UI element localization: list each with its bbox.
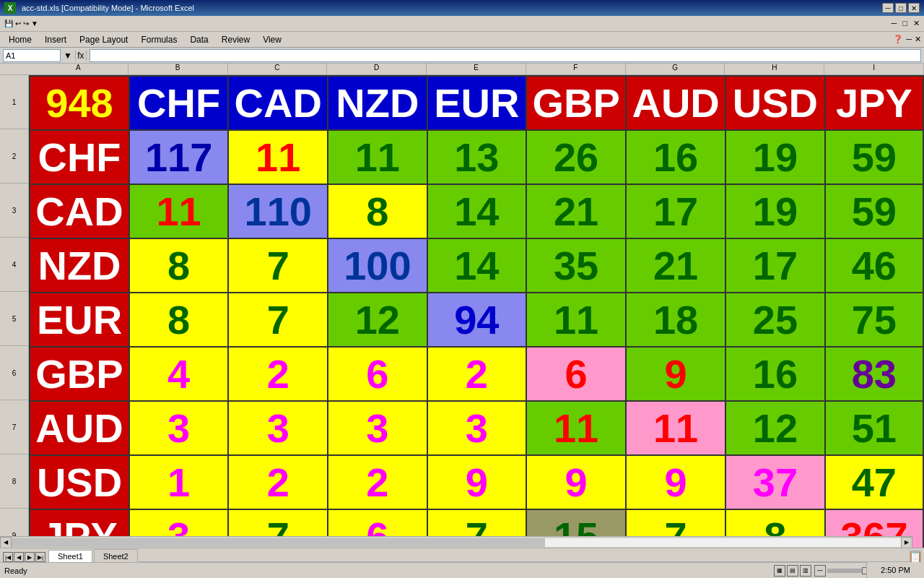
row-header-CHF[interactable]: CHF xyxy=(30,130,129,184)
col-header-CHF[interactable]: CHF xyxy=(129,76,228,130)
cell-EUR-CAD[interactable]: 7 xyxy=(228,293,328,347)
cell-GBP-NZD[interactable]: 6 xyxy=(328,347,427,401)
cell-AUD-EUR[interactable]: 3 xyxy=(427,401,527,455)
scroll-left-btn[interactable]: ◀ xyxy=(0,537,12,548)
menu-formulas[interactable]: Formulas xyxy=(135,33,183,46)
cell-CHF-CAD[interactable]: 11 xyxy=(228,130,328,184)
formula-expand-icon[interactable]: ▼ xyxy=(64,51,72,61)
cell-CHF-USD[interactable]: 19 xyxy=(725,130,825,184)
sheet-tab-1[interactable]: Sheet1 xyxy=(48,550,92,563)
tab-first-btn[interactable]: |◀ xyxy=(3,552,13,562)
minimize-ribbon-icon[interactable]: ─ xyxy=(906,35,912,44)
cell-USD-CAD[interactable]: 2 xyxy=(228,455,328,509)
view-buttons[interactable]: ▦ ▤ ▥ xyxy=(774,565,811,577)
tab-next-btn[interactable]: ▶ xyxy=(25,552,35,562)
close-button[interactable]: ✕ xyxy=(908,3,920,13)
undo-icon[interactable]: ↩ xyxy=(15,20,21,27)
col-header-JPY[interactable]: JPY xyxy=(825,76,923,130)
cell-EUR-USD[interactable]: 25 xyxy=(725,293,825,347)
window-controls[interactable]: ─ □ ✕ xyxy=(882,3,920,13)
cell-NZD-GBP[interactable]: 35 xyxy=(526,238,626,293)
cell-NZD-NZD[interactable]: 100 xyxy=(328,238,427,293)
cell-USD-USD[interactable]: 37 xyxy=(725,455,825,509)
row-header-EUR[interactable]: EUR xyxy=(30,293,129,347)
cell-CAD-USD[interactable]: 19 xyxy=(725,184,825,238)
menu-data[interactable]: Data xyxy=(184,33,214,46)
h-scrollbar[interactable]: ◀ ▶ xyxy=(0,536,912,548)
cell-EUR-AUD[interactable]: 18 xyxy=(626,293,725,347)
menu-home[interactable]: Home xyxy=(3,33,38,46)
cell-CAD-JPY[interactable]: 59 xyxy=(825,184,923,238)
help-icon[interactable]: ❓ xyxy=(893,35,903,44)
cell-CHF-EUR[interactable]: 13 xyxy=(427,130,527,184)
cell-CAD-CHF[interactable]: 11 xyxy=(129,184,228,238)
h-scrollbar-track[interactable] xyxy=(12,538,901,547)
cell-CAD-GBP[interactable]: 21 xyxy=(526,184,626,238)
cell-EUR-GBP[interactable]: 11 xyxy=(526,293,626,347)
row-header-CAD[interactable]: CAD xyxy=(30,184,129,238)
cell-USD-CHF[interactable]: 1 xyxy=(129,455,228,509)
inner-close-button[interactable]: ✕ xyxy=(913,19,920,28)
menu-page-layout[interactable]: Page Layout xyxy=(74,33,134,46)
cell-CHF-AUD[interactable]: 16 xyxy=(626,130,725,184)
cell-NZD-AUD[interactable]: 21 xyxy=(626,238,725,293)
inner-window-controls[interactable]: ─ □ ✕ xyxy=(892,19,920,28)
col-header-EUR[interactable]: EUR xyxy=(427,76,527,130)
cell-CHF-CHF[interactable]: 117 xyxy=(129,130,228,184)
col-header-GBP[interactable]: GBP xyxy=(526,76,626,130)
cell-EUR-JPY[interactable]: 75 xyxy=(825,293,923,347)
h-scrollbar-thumb[interactable] xyxy=(12,538,545,547)
cell-GBP-GBP[interactable]: 6 xyxy=(526,347,626,401)
cell-NZD-EUR[interactable]: 14 xyxy=(427,238,527,293)
cell-NZD-CAD[interactable]: 7 xyxy=(228,238,328,293)
row-header-USD[interactable]: USD xyxy=(30,455,129,509)
cell-USD-JPY[interactable]: 47 xyxy=(825,455,923,509)
cell-EUR-NZD[interactable]: 12 xyxy=(328,293,427,347)
dropdown-arrow-icon[interactable]: ▼ xyxy=(31,20,38,27)
cell-NZD-JPY[interactable]: 46 xyxy=(825,238,923,293)
cell-GBP-EUR[interactable]: 2 xyxy=(427,347,527,401)
inner-minimize-button[interactable]: ─ xyxy=(892,19,897,28)
cell-GBP-USD[interactable]: 16 xyxy=(725,347,825,401)
name-box[interactable] xyxy=(3,49,61,62)
cell-AUD-AUD[interactable]: 11 xyxy=(626,401,725,455)
redo-icon[interactable]: ↪ xyxy=(23,20,29,27)
restore-button[interactable]: □ xyxy=(895,3,907,13)
tab-prev-btn[interactable]: ◀ xyxy=(14,552,24,562)
col-header-CAD[interactable]: CAD xyxy=(228,76,328,130)
cell-CHF-JPY[interactable]: 59 xyxy=(825,130,923,184)
col-header-NZD[interactable]: NZD xyxy=(328,76,427,130)
cell-USD-NZD[interactable]: 2 xyxy=(328,455,427,509)
menu-view[interactable]: View xyxy=(257,33,287,46)
cell-USD-EUR[interactable]: 9 xyxy=(427,455,527,509)
row-header-AUD[interactable]: AUD xyxy=(30,401,129,455)
cell-AUD-CHF[interactable]: 3 xyxy=(129,401,228,455)
cell-NZD-CHF[interactable]: 8 xyxy=(129,238,228,293)
scroll-right-btn[interactable]: ▶ xyxy=(901,537,912,548)
tab-last-btn[interactable]: ▶| xyxy=(35,552,45,562)
corner-cell[interactable]: 948 xyxy=(30,76,129,130)
cell-CHF-GBP[interactable]: 26 xyxy=(526,130,626,184)
inner-restore-button[interactable]: □ xyxy=(902,19,907,28)
cell-GBP-CHF[interactable]: 4 xyxy=(129,347,228,401)
close-ribbon-icon[interactable]: ✕ xyxy=(915,35,921,44)
menu-review[interactable]: Review xyxy=(216,33,256,46)
formula-input[interactable] xyxy=(90,49,921,62)
cell-AUD-NZD[interactable]: 3 xyxy=(328,401,427,455)
cell-EUR-CHF[interactable]: 8 xyxy=(129,293,228,347)
cell-USD-AUD[interactable]: 9 xyxy=(626,455,725,509)
cell-CAD-EUR[interactable]: 14 xyxy=(427,184,527,238)
cell-CAD-AUD[interactable]: 17 xyxy=(626,184,725,238)
col-header-AUD[interactable]: AUD xyxy=(626,76,725,130)
cell-AUD-USD[interactable]: 12 xyxy=(725,401,825,455)
cell-GBP-CAD[interactable]: 2 xyxy=(228,347,328,401)
menu-insert[interactable]: Insert xyxy=(39,33,72,46)
row-header-NZD[interactable]: NZD xyxy=(30,238,129,293)
page-layout-view-btn[interactable]: ▤ xyxy=(787,565,798,577)
sheet-tab-2[interactable]: Sheet2 xyxy=(94,549,138,562)
cell-EUR-EUR[interactable]: 94 xyxy=(427,293,527,347)
cell-AUD-GBP[interactable]: 11 xyxy=(526,401,626,455)
cell-CAD-NZD[interactable]: 8 xyxy=(328,184,427,238)
cell-GBP-JPY[interactable]: 83 xyxy=(825,347,923,401)
cell-AUD-JPY[interactable]: 51 xyxy=(825,401,923,455)
